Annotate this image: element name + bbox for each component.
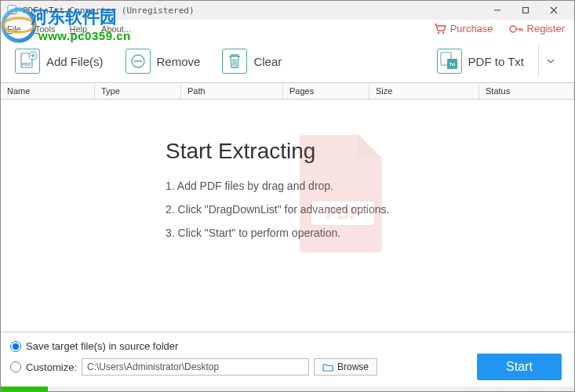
svg-point-8: [437, 31, 439, 33]
register-label: Register: [527, 23, 565, 34]
col-type[interactable]: Type: [95, 83, 181, 99]
menu-help[interactable]: Help: [69, 24, 87, 34]
maximize-button[interactable]: [511, 1, 540, 20]
svg-text:Txt: Txt: [449, 62, 455, 67]
save-source-row: Save target file(s) in source folder: [10, 340, 565, 352]
svg-point-9: [442, 31, 443, 33]
app-icon: [7, 5, 18, 16]
menu-tools[interactable]: Tools: [35, 24, 56, 34]
start-button[interactable]: Start: [477, 354, 562, 380]
minimize-button[interactable]: [483, 1, 511, 20]
browse-button[interactable]: Browse: [314, 358, 377, 376]
save-source-label: Save target file(s) in source folder: [26, 340, 178, 352]
col-name[interactable]: Name: [1, 83, 95, 99]
svg-rect-1: [8, 5, 16, 14]
remove-button[interactable]: Remove: [119, 44, 212, 78]
chevron-down-icon: [547, 59, 555, 64]
svg-rect-3: [523, 8, 529, 13]
folder-icon: [322, 363, 333, 372]
add-files-icon: PDF: [15, 49, 40, 74]
purchase-link[interactable]: Purchase: [434, 23, 493, 34]
output-path-input[interactable]: [82, 358, 309, 376]
remove-icon: [126, 49, 151, 74]
footer: Save target file(s) in source folder Cus…: [1, 332, 574, 391]
close-button[interactable]: [540, 1, 568, 20]
svg-text:PDF: PDF: [22, 62, 31, 67]
register-link[interactable]: Register: [509, 23, 565, 34]
header-links: Purchase Register: [434, 23, 565, 34]
clear-label: Clear: [253, 55, 282, 68]
col-pages[interactable]: Pages: [283, 83, 369, 99]
file-drop-area[interactable]: PDF Start Extracting 1. Add PDF files by…: [1, 100, 574, 311]
purchase-label: Purchase: [450, 23, 493, 34]
pdf-watermark-icon: PDF: [292, 131, 394, 256]
clear-button[interactable]: Clear: [216, 44, 293, 78]
toolbar: PDF Add File(s) Remove Clear Txt PDF to …: [1, 38, 574, 82]
menu-about[interactable]: About...: [101, 24, 131, 34]
menu-file[interactable]: File: [7, 24, 21, 34]
trash-icon: [222, 49, 247, 74]
col-path[interactable]: Path: [181, 83, 283, 99]
customize-label: Customize:: [26, 361, 77, 373]
table-header: Name Type Path Pages Size Status: [1, 82, 574, 100]
key-icon: [509, 24, 523, 34]
convert-mode-button[interactable]: Txt PDF to Txt: [431, 41, 566, 82]
browse-label: Browse: [337, 361, 369, 372]
svg-point-10: [510, 26, 516, 32]
svg-text:PDF: PDF: [326, 203, 360, 223]
col-size[interactable]: Size: [369, 83, 479, 99]
progress-bar: [1, 387, 574, 391]
convert-mode-label: PDF to Txt: [468, 55, 524, 68]
convert-dropdown-arrow[interactable]: [538, 45, 562, 77]
remove-label: Remove: [157, 55, 201, 68]
pdf-to-txt-icon: Txt: [437, 49, 462, 74]
col-status[interactable]: Status: [479, 83, 574, 99]
cart-icon: [434, 24, 446, 34]
add-files-label: Add File(s): [46, 55, 104, 68]
save-source-radio[interactable]: [10, 341, 21, 352]
window-title: PDFtoTxt Converter (Unregistered): [23, 5, 483, 16]
customize-radio[interactable]: [10, 361, 21, 372]
title-bar: PDFtoTxt Converter (Unregistered): [1, 1, 574, 20]
add-files-button[interactable]: PDF Add File(s): [9, 44, 115, 78]
progress-fill: [1, 387, 48, 391]
